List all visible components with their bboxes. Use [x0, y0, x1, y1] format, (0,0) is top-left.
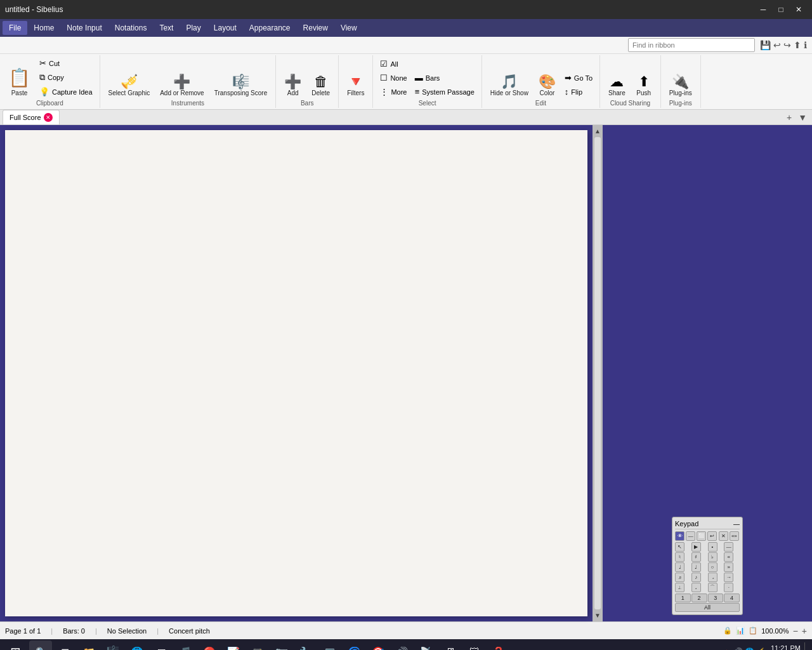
- kp-sharp-btn[interactable]: ♯: [691, 552, 701, 562]
- menu-layout[interactable]: Layout: [207, 21, 243, 35]
- kp-slur-btn[interactable]: ⌒: [708, 583, 717, 592]
- kp-arrow-btn[interactable]: ↖: [675, 542, 684, 552]
- kp-right-btn[interactable]: →: [724, 573, 733, 582]
- plugins-button[interactable]: 🔌 Plug-ins: [665, 73, 697, 98]
- info-icon[interactable]: ℹ: [804, 40, 807, 50]
- menu-home[interactable]: Home: [27, 21, 60, 35]
- taskbar-app-12[interactable]: 🔊: [391, 640, 414, 650]
- tray-icon-4[interactable]: ⚡: [756, 647, 766, 650]
- select-graphic-button[interactable]: 🎺 Select Graphic: [104, 73, 155, 98]
- redo-icon[interactable]: ↪: [783, 40, 791, 50]
- close-button[interactable]: ✕: [790, 3, 807, 17]
- undo-icon[interactable]: ↩: [773, 40, 781, 50]
- taskbar-app-10[interactable]: 🌀: [343, 640, 365, 650]
- kp-half-btn[interactable]: 𝅗: [708, 573, 717, 582]
- taskbar-app-browser[interactable]: 🌐: [126, 640, 148, 650]
- kp-dash-btn[interactable]: —: [686, 531, 695, 541]
- taskbar-app-11[interactable]: 🎯: [367, 640, 390, 650]
- menu-review[interactable]: Review: [297, 21, 334, 35]
- transposing-score-button[interactable]: 🎼 Transposing Score: [210, 73, 272, 98]
- status-icon-3[interactable]: 📋: [749, 627, 757, 635]
- capture-idea-button[interactable]: 💡 Capture Idea: [36, 85, 96, 98]
- kp-dotted-h-btn[interactable]: 𝅗.: [691, 583, 701, 592]
- taskbar-app-sibelius[interactable]: 🎼: [102, 640, 124, 650]
- color-button[interactable]: 🎨 Color: [534, 73, 560, 98]
- taskbar-app-8[interactable]: 🔧: [294, 640, 317, 650]
- ribbon-search-input[interactable]: [628, 38, 755, 52]
- minimize-button[interactable]: ─: [755, 3, 771, 17]
- menu-appearance[interactable]: Appearance: [243, 21, 297, 35]
- menu-play[interactable]: Play: [180, 21, 207, 35]
- tab-scroll-button[interactable]: ▼: [796, 111, 809, 124]
- kp-loop-btn[interactable]: ↩: [707, 531, 717, 541]
- taskbar-app-6[interactable]: 🎮: [246, 640, 269, 650]
- kp-flat-btn[interactable]: ♭: [708, 552, 717, 562]
- push-button[interactable]: ⬆ Push: [631, 73, 657, 98]
- menu-text[interactable]: Text: [153, 21, 180, 35]
- keypad-minimize-icon[interactable]: —: [733, 521, 740, 527]
- save-icon[interactable]: 💾: [760, 40, 771, 50]
- menu-notations[interactable]: Notations: [108, 21, 154, 35]
- taskbar-app-16[interactable]: ❓: [487, 640, 510, 650]
- system-passage-button[interactable]: ≡ System Passage: [412, 85, 478, 98]
- scroll-down-arrow[interactable]: ▼: [593, 611, 602, 620]
- kp-all-btn[interactable]: All: [675, 603, 740, 612]
- kp-line-btn[interactable]: —: [724, 542, 733, 552]
- kp-box-btn[interactable]: ⬜: [697, 531, 706, 541]
- kp-period-btn[interactable]: ·: [724, 583, 733, 592]
- tray-icon-2[interactable]: 🔊: [733, 647, 743, 650]
- flip-button[interactable]: ↕ Flip: [561, 85, 596, 98]
- kp-4-btn[interactable]: 4: [724, 594, 740, 602]
- kp-3-btn[interactable]: 3: [708, 594, 724, 602]
- show-desktop-button[interactable]: [804, 642, 809, 650]
- kp-whole-btn[interactable]: ○: [708, 562, 717, 572]
- kp-quarter2-btn[interactable]: ♩: [691, 562, 701, 572]
- select-all-button[interactable]: ☑ All: [377, 57, 410, 70]
- kp-eye-btn[interactable]: 👁: [675, 531, 684, 541]
- score-canvas[interactable]: [5, 130, 587, 616]
- delete-button[interactable]: 🗑 Delete: [307, 73, 334, 98]
- menu-note-input[interactable]: Note Input: [60, 21, 108, 35]
- select-none-button[interactable]: ☐ None: [377, 71, 410, 84]
- taskview-button[interactable]: ⊡: [53, 640, 76, 650]
- tab-full-score[interactable]: Full Score ✕: [3, 110, 60, 124]
- taskbar-app-14[interactable]: 🖥: [439, 640, 462, 650]
- go-to-button[interactable]: ➡ Go To: [561, 71, 596, 84]
- maximize-button[interactable]: □: [773, 3, 789, 17]
- kp-x-btn[interactable]: ✕: [719, 531, 728, 541]
- taskbar-app-4[interactable]: 🔴: [198, 640, 221, 650]
- search-button[interactable]: 🔍: [29, 640, 52, 650]
- tray-icon-3[interactable]: 🌐: [745, 647, 754, 650]
- add-button[interactable]: ➕ Add: [280, 73, 306, 98]
- zoom-in-button[interactable]: +: [802, 626, 807, 636]
- taskbar-app-13[interactable]: 📡: [415, 640, 438, 650]
- paste-button[interactable]: 📋 Paste: [4, 65, 35, 98]
- copy-button[interactable]: ⧉ Copy: [36, 70, 96, 84]
- tab-close-button[interactable]: ✕: [44, 113, 53, 122]
- zoom-out-button[interactable]: −: [793, 626, 798, 636]
- select-more-button[interactable]: ⋮ More: [377, 85, 410, 98]
- kp-play-btn[interactable]: ▶: [691, 542, 701, 552]
- taskbar-app-mail[interactable]: ✉: [150, 640, 173, 650]
- add-or-remove-button[interactable]: ➕ Add or Remove: [155, 73, 208, 98]
- taskbar-app-5[interactable]: 📝: [222, 640, 245, 650]
- cut-button[interactable]: ✂ Cut: [36, 56, 96, 70]
- taskbar-app-15[interactable]: 🛡: [463, 640, 486, 650]
- scroll-track[interactable]: [594, 137, 601, 609]
- status-icon-1[interactable]: 🔒: [723, 627, 732, 635]
- taskbar-app-3[interactable]: 🎵: [174, 640, 197, 650]
- status-icon-2[interactable]: 📊: [736, 627, 745, 635]
- scroll-up-arrow[interactable]: ▲: [593, 126, 602, 136]
- share-button[interactable]: ☁ Share: [604, 73, 630, 98]
- kp-quarter-btn[interactable]: ♩: [675, 562, 684, 572]
- kp-1-btn[interactable]: 1: [675, 594, 691, 602]
- select-bars-button[interactable]: ▬ Bars: [412, 71, 478, 84]
- menu-view[interactable]: View: [334, 21, 363, 35]
- tab-add-button[interactable]: +: [784, 111, 794, 124]
- kp-dotted-q-btn[interactable]: ♩.: [675, 583, 684, 592]
- tray-icon-1[interactable]: 🔺: [722, 647, 731, 650]
- kp-fwd-btn[interactable]: »: [724, 562, 733, 572]
- taskbar-app-7[interactable]: 📷: [270, 640, 293, 650]
- kp-back-btn[interactable]: «: [724, 552, 733, 562]
- start-button[interactable]: ⊞: [3, 640, 28, 650]
